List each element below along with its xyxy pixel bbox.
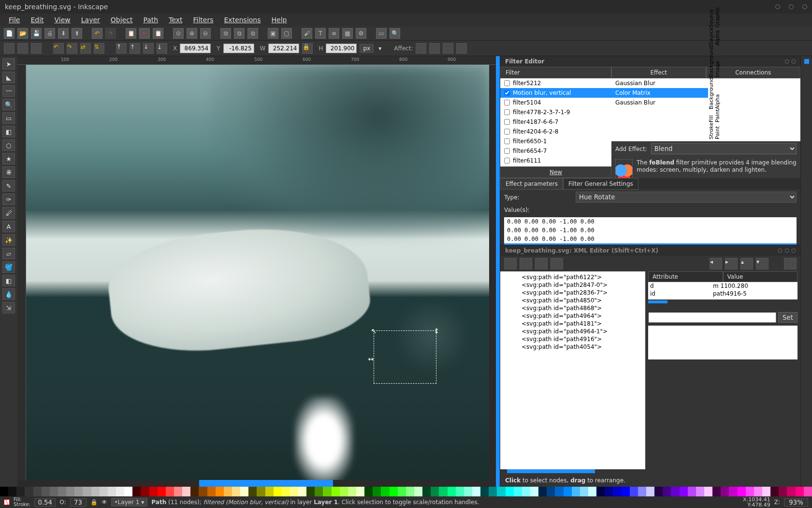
swatch[interactable] bbox=[480, 487, 489, 496]
fill-tool-icon[interactable]: 🪣 bbox=[2, 261, 15, 273]
swatch[interactable] bbox=[182, 487, 190, 496]
swatch[interactable] bbox=[654, 487, 663, 496]
swatch[interactable] bbox=[770, 487, 779, 496]
spiral-tool-icon[interactable]: ֍ bbox=[2, 166, 15, 178]
swatch[interactable] bbox=[580, 487, 588, 496]
swatch[interactable] bbox=[729, 487, 737, 496]
xml-del-node-icon[interactable] bbox=[551, 258, 563, 269]
eraser-tool-icon[interactable]: ▱ bbox=[2, 248, 15, 259]
swatch[interactable] bbox=[663, 487, 671, 496]
type-select[interactable]: Hue Rotate bbox=[576, 192, 797, 203]
node-tool-icon[interactable]: ◣ bbox=[2, 72, 15, 83]
dock-handle-icon[interactable] bbox=[804, 59, 809, 64]
xml-tree-hscroll[interactable] bbox=[507, 469, 595, 473]
bezier-tool-icon[interactable]: ✑ bbox=[2, 194, 15, 205]
deselect-icon[interactable] bbox=[31, 43, 42, 54]
swatch[interactable] bbox=[572, 487, 580, 496]
xml-node[interactable]: <svg:path id="path4181"> bbox=[502, 320, 643, 328]
lower-icon[interactable]: ↓ bbox=[143, 43, 154, 54]
opacity-input[interactable] bbox=[70, 498, 87, 507]
swatch[interactable] bbox=[348, 487, 356, 496]
effect-nodes[interactable]: Gaussian BlurColor MatrixGaussian Blur bbox=[611, 78, 708, 141]
attr-row[interactable]: dm 1100.280 bbox=[648, 282, 798, 290]
xml-node[interactable]: <svg:path id="path2847-0"> bbox=[502, 281, 643, 289]
swatch[interactable] bbox=[530, 487, 538, 496]
print-icon[interactable]: 🖨 bbox=[44, 28, 55, 39]
xml-node[interactable]: <svg:path id="path2836-7"> bbox=[502, 289, 643, 297]
xml-icon[interactable]: ≡ bbox=[329, 28, 339, 39]
swatch[interactable] bbox=[497, 487, 505, 496]
prefs-icon[interactable]: ⚙ bbox=[356, 28, 366, 39]
tab-effect[interactable]: Effect bbox=[611, 67, 706, 78]
swatch[interactable] bbox=[332, 487, 340, 496]
zoom-fit-icon[interactable]: ⊙ bbox=[173, 28, 184, 39]
vertical-splitter[interactable] bbox=[496, 56, 500, 487]
swatch[interactable] bbox=[306, 487, 315, 496]
selector-tool-icon[interactable]: ➤ bbox=[2, 58, 15, 70]
swatch[interactable] bbox=[564, 487, 572, 496]
tweak-tool-icon[interactable]: 〰 bbox=[2, 85, 15, 97]
swatch[interactable] bbox=[514, 487, 522, 496]
menu-view[interactable]: View bbox=[50, 15, 75, 25]
undo-icon[interactable]: ↶ bbox=[92, 28, 102, 39]
swatch[interactable] bbox=[638, 487, 646, 496]
swatch[interactable] bbox=[248, 487, 257, 496]
layer-select[interactable]: •Layer 1 ▾ bbox=[111, 498, 148, 507]
swatch[interactable] bbox=[91, 487, 100, 496]
swatch[interactable] bbox=[174, 487, 182, 496]
swatch[interactable] bbox=[0, 487, 8, 496]
swatch[interactable] bbox=[414, 487, 422, 496]
swatch[interactable] bbox=[630, 487, 638, 496]
affect-pattern-icon[interactable] bbox=[456, 43, 467, 54]
alpha-input[interactable] bbox=[34, 498, 56, 507]
swatch[interactable] bbox=[688, 487, 696, 496]
swatch[interactable] bbox=[796, 487, 804, 496]
swatch[interactable] bbox=[555, 487, 563, 496]
xml-down-icon[interactable]: ▾ bbox=[756, 258, 768, 269]
pencil-tool-icon[interactable]: ✎ bbox=[2, 180, 15, 192]
unlink-icon[interactable]: ⧉ bbox=[247, 28, 258, 39]
xml-node[interactable]: <svg:path id="path6122"> bbox=[502, 273, 643, 281]
swatch[interactable] bbox=[323, 487, 331, 496]
swatch[interactable] bbox=[779, 487, 787, 496]
right-dock-strip[interactable] bbox=[800, 56, 812, 487]
filter-item[interactable]: Motion blur, vertical bbox=[500, 88, 611, 98]
save-icon[interactable]: 💾 bbox=[31, 28, 42, 39]
layer-visible-icon[interactable]: 👁 bbox=[102, 499, 107, 506]
color-palette[interactable] bbox=[0, 487, 812, 496]
swatch[interactable] bbox=[381, 487, 389, 496]
swatch[interactable] bbox=[298, 487, 306, 496]
xml-close-icon[interactable] bbox=[792, 249, 796, 253]
value-row[interactable]: 0.00 0.00 0.00 -1.00 0.00 bbox=[504, 217, 797, 226]
attr-row[interactable]: idpath4916-5 bbox=[648, 290, 798, 298]
swatch[interactable] bbox=[199, 487, 207, 496]
filter-item[interactable]: filter5104 bbox=[500, 98, 611, 107]
swatch[interactable] bbox=[74, 487, 83, 496]
select-layers-icon[interactable] bbox=[17, 43, 28, 54]
effect-node[interactable]: Gaussian Blur bbox=[611, 98, 708, 107]
swatch[interactable] bbox=[364, 487, 373, 496]
flip-h-icon[interactable]: ⇄ bbox=[80, 43, 91, 54]
new-filter-button[interactable]: New bbox=[500, 166, 611, 178]
canvas-vscroll[interactable] bbox=[489, 65, 496, 480]
xml-dup-node-icon[interactable] bbox=[535, 258, 548, 269]
text-tool-icon[interactable]: A bbox=[2, 221, 15, 232]
swatch[interactable] bbox=[704, 487, 712, 496]
swatch[interactable] bbox=[42, 487, 50, 496]
swatch[interactable] bbox=[406, 487, 414, 496]
swatch[interactable] bbox=[50, 487, 58, 496]
swatch[interactable] bbox=[25, 487, 33, 496]
swatch[interactable] bbox=[66, 487, 74, 496]
swatch[interactable] bbox=[522, 487, 530, 496]
effect-node[interactable]: Color Matrix bbox=[611, 88, 708, 98]
unit-select[interactable]: px bbox=[360, 44, 374, 53]
align-icon[interactable]: ▦ bbox=[342, 28, 353, 39]
swatch[interactable] bbox=[141, 487, 149, 496]
zoom-tool-icon[interactable]: 🔍 bbox=[2, 99, 15, 110]
xml-new-node-icon[interactable] bbox=[504, 258, 517, 269]
swatch[interactable] bbox=[265, 487, 274, 496]
swatch[interactable] bbox=[754, 487, 762, 496]
doc-props-icon[interactable]: ▭ bbox=[376, 28, 387, 39]
swatch[interactable] bbox=[804, 487, 812, 496]
swatch[interactable] bbox=[33, 487, 42, 496]
